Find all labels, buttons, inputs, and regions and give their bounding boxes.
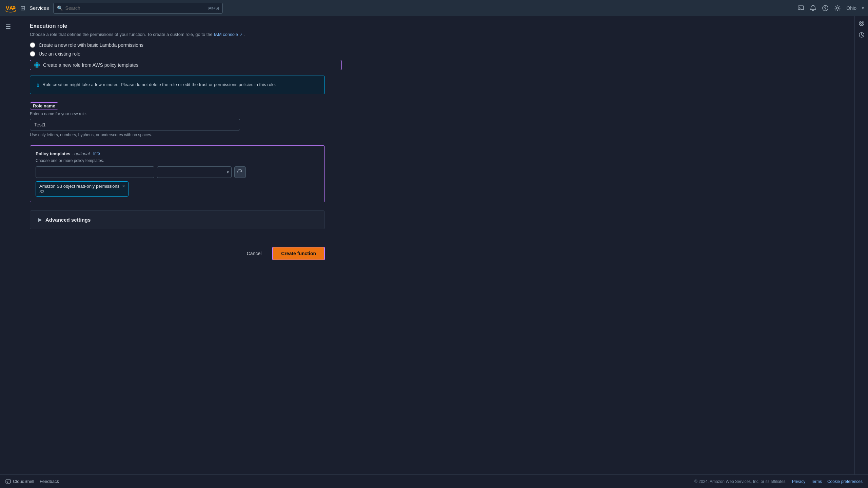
feedback-link[interactable]: Feedback [40,479,59,484]
advanced-chevron-icon: ▶ [38,217,42,222]
region-dropdown-arrow[interactable]: ▾ [862,6,864,11]
bottom-actions: Cancel Create function [30,240,325,263]
policy-dropdown[interactable] [157,166,232,178]
search-bar[interactable]: 🔍 [Alt+S] [53,3,223,14]
aws-logo-svg [4,2,16,14]
help-icon[interactable] [822,5,829,12]
role-name-label: Role name [30,102,58,109]
cancel-button[interactable]: Cancel [241,248,267,259]
settings-icon[interactable] [834,5,841,12]
services-label[interactable]: Services [29,5,49,11]
execution-role-desc: Choose a role that defines the permissio… [30,32,342,37]
execution-role-options: Create a new role with basic Lambda perm… [30,42,342,70]
right-sidebar-icon-2[interactable] [859,32,865,39]
sidebar-toggle[interactable]: ☰ [3,20,14,33]
svg-point-3 [836,7,839,9]
advanced-settings-header[interactable]: ▶ Advanced settings [38,217,316,223]
policy-templates-header: Policy templates - optional Info [36,151,319,156]
role-name-hint: Use only letters, numbers, hyphens, or u… [30,133,342,137]
apps-grid-icon[interactable]: ⊞ [20,4,25,12]
role-radio-3[interactable] [34,62,40,68]
policy-dropdown-wrapper[interactable]: ▾ [157,166,232,178]
main-content: Execution role Choose a role that define… [16,16,854,474]
refresh-button[interactable] [234,166,246,178]
role-label-3: Create a new role from AWS policy templa… [43,62,138,68]
policy-choose-text: Choose one or more policy templates. [36,158,319,163]
svg-rect-0 [798,6,804,10]
role-radio-1[interactable] [30,42,35,48]
svg-point-4 [859,21,864,26]
policy-search-input[interactable] [36,166,154,178]
policy-templates-title: Policy templates - optional [36,151,90,156]
policy-tag-name: Amazon S3 object read-only permissions [39,184,119,189]
role-option-3[interactable]: Create a new role from AWS policy templa… [30,60,342,70]
policy-tag-header: Amazon S3 object read-only permissions × [39,184,125,189]
role-name-desc: Enter a name for your new role. [30,111,342,116]
footer-right: © 2024, Amazon Web Services, Inc. or its… [694,479,863,484]
execution-role-title: Execution role [30,23,342,29]
role-name-section: Role name Enter a name for your new role… [30,102,342,137]
role-radio-2[interactable] [30,51,35,57]
search-icon: 🔍 [57,5,63,11]
role-option-1[interactable]: Create a new role with basic Lambda perm… [30,42,342,48]
cloudshell-icon [5,479,11,484]
terms-link[interactable]: Terms [811,479,822,484]
role-name-input[interactable] [30,119,240,130]
info-circle-icon: ℹ [37,82,39,88]
policy-tag-close-button[interactable]: × [122,184,125,188]
left-sidebar: ☰ [0,16,16,474]
terminal-icon[interactable] [797,5,804,12]
role-option-2[interactable]: Use an existing role [30,51,342,57]
svg-point-5 [861,22,863,24]
execution-role-section: Execution role Choose a role that define… [30,23,342,94]
search-input[interactable] [65,5,205,11]
cloudshell-button[interactable]: CloudShell [5,479,34,484]
policy-tag: Amazon S3 object read-only permissions ×… [36,181,129,197]
svg-point-2 [825,9,826,10]
policy-controls: ▾ [36,166,319,178]
right-sidebar [854,16,868,474]
advanced-settings-title: Advanced settings [45,217,91,223]
advanced-settings-section: ▶ Advanced settings [30,210,325,229]
right-sidebar-icon-1[interactable] [859,20,865,28]
footer-copyright: © 2024, Amazon Web Services, Inc. or its… [694,479,787,484]
nav-icons: Ohio ▾ [797,5,864,12]
cookie-preferences-link[interactable]: Cookie preferences [827,479,863,484]
role-label-2: Use an existing role [39,51,80,57]
top-navigation: ⊞ Services 🔍 [Alt+S] Ohio ▾ [0,0,868,16]
refresh-icon [237,169,243,175]
policy-info-link[interactable]: Info [93,151,100,156]
iam-console-link[interactable]: IAM console ↗ [214,32,243,37]
policy-templates-section: Policy templates - optional Info Choose … [30,145,325,202]
search-shortcut: [Alt+S] [208,6,219,10]
privacy-link[interactable]: Privacy [792,479,805,484]
region-label[interactable]: Ohio [846,5,856,11]
bell-icon[interactable] [810,5,816,12]
aws-logo[interactable] [4,2,16,14]
role-label-1: Create a new role with basic Lambda perm… [39,42,143,48]
footer: CloudShell Feedback © 2024, Amazon Web S… [0,474,868,488]
create-function-button[interactable]: Create function [272,247,325,260]
policy-tag-sub: S3 [39,189,44,194]
cloudshell-label: CloudShell [13,479,34,484]
svg-rect-7 [6,480,11,483]
role-info-text: Role creation might take a few minutes. … [42,81,276,88]
role-info-box: ℹ Role creation might take a few minutes… [30,76,325,94]
policy-optional-label: - optional [72,151,90,156]
